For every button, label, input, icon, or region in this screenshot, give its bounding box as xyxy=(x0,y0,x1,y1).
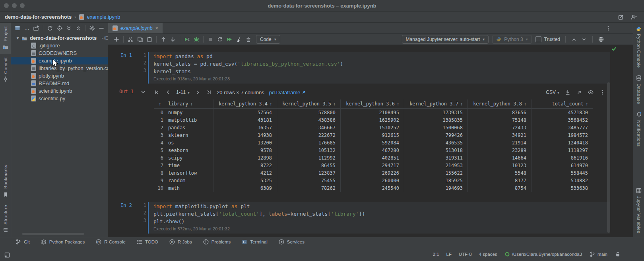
table-header-library[interactable]: library↕ xyxy=(166,99,213,109)
project-view-icon[interactable] xyxy=(13,24,22,33)
tool-window-button-git[interactable]: Git xyxy=(15,239,30,245)
tool-stripe-jupyter-variables[interactable]: Jupyter Variables xyxy=(633,184,644,237)
jupyter-server-dropdown[interactable]: Managed Jupyter server: auto-start ▾ xyxy=(402,35,489,44)
database-icon xyxy=(636,75,642,81)
status-item-utf-8[interactable]: UTF-8 xyxy=(459,252,472,257)
table-header-kernel-python-3-4[interactable]: kernel_python 3.4↕ xyxy=(213,99,277,109)
tool-stripe-structure[interactable]: Structure xyxy=(0,201,11,237)
tool-stripe-commit[interactable]: Commit xyxy=(0,54,11,86)
tool-window-button-problems[interactable]: Problems xyxy=(203,239,231,245)
table-header-kernel-python-3-7[interactable]: kernel_python 3.7↕ xyxy=(404,99,468,109)
table-header-index[interactable]: ↕ xyxy=(154,99,166,109)
tool-window-button-python-packages[interactable]: Python Packages xyxy=(41,239,85,245)
table-header-kernel-python-3-8[interactable]: kernel_python 3.8↕ xyxy=(468,99,531,109)
run-cell-icon[interactable] xyxy=(182,35,191,44)
ellipsis-icon[interactable]: … xyxy=(23,24,31,33)
zoom-window-icon[interactable] xyxy=(20,3,25,8)
tree-item-scientific-ipynb[interactable]: scientific.ipynb xyxy=(11,87,108,95)
tool-stripe-bookmarks[interactable]: Bookmarks xyxy=(0,161,11,201)
tool-window-button-r-console[interactable]: RR Console xyxy=(95,239,126,245)
tool-stripe-project[interactable]: Project xyxy=(0,23,11,54)
vertical-scrollbar[interactable] xyxy=(607,82,610,233)
settings-gear-icon[interactable] xyxy=(88,24,97,33)
collapse-all-icon[interactable] xyxy=(74,24,83,33)
breadcrumb-project[interactable]: demo-data-for-screenshots xyxy=(5,14,72,20)
move-up-icon[interactable] xyxy=(159,35,168,44)
status-item-4-spaces[interactable]: 4 spaces xyxy=(479,252,497,257)
tab-example-ipynb[interactable]: example.ipynb × xyxy=(108,23,163,33)
tree-item-example-ipynb[interactable]: example.ipynb xyxy=(11,57,108,64)
status-item-lf[interactable]: LF xyxy=(446,252,452,257)
chevron-up-icon[interactable] xyxy=(571,36,577,43)
tool-window-button-r-jobs[interactable]: RR Jobs xyxy=(169,239,192,245)
tool-window-toggle-icon[interactable] xyxy=(4,252,10,258)
user-icon[interactable] xyxy=(630,14,637,20)
status-item--users-ciara-byrne-opt-anaconda3[interactable]: /Users/Ciara.Byrne/opt/anaconda3 xyxy=(504,251,582,257)
traffic-lights[interactable] xyxy=(4,3,25,8)
tree-item-readme-md[interactable]: README.md xyxy=(11,80,108,87)
eye-icon[interactable] xyxy=(588,89,594,95)
chevron-down-icon[interactable] xyxy=(138,89,148,95)
add-cell-icon[interactable] xyxy=(112,35,121,44)
line-number: 2 xyxy=(137,59,148,67)
globe-icon[interactable] xyxy=(598,36,604,43)
cut-icon[interactable] xyxy=(126,35,135,44)
first-page-icon[interactable] xyxy=(154,89,160,95)
tree-item-plotly-ipynb[interactable]: plotly.ipynb xyxy=(11,72,108,80)
new-folder-icon[interactable] xyxy=(32,24,41,33)
cell-1-editor[interactable]: import pandas as pdkernel_stats = pd.rea… xyxy=(148,52,610,84)
delete-cell-icon[interactable] xyxy=(244,35,253,44)
cell-type-dropdown[interactable]: Code ▾ xyxy=(256,35,280,44)
paste-icon[interactable] xyxy=(145,35,154,44)
download-icon[interactable] xyxy=(564,89,571,95)
clear-outputs-icon[interactable] xyxy=(235,35,243,44)
page-range-dropdown[interactable]: 1-11 ▾ xyxy=(176,90,190,95)
tool-stripe-database[interactable]: Database xyxy=(633,71,644,108)
expand-all-icon[interactable] xyxy=(64,24,73,33)
tool-window-button-services[interactable]: Services xyxy=(278,239,305,245)
prev-page-icon[interactable] xyxy=(165,89,171,95)
debug-cell-icon[interactable] xyxy=(192,35,201,44)
tool-window-button-todo[interactable]: TODO xyxy=(136,239,158,245)
tool-stripe-notifications[interactable]: Notifications xyxy=(633,108,644,150)
chevron-down-icon[interactable] xyxy=(581,36,587,43)
tool-window-button-terminal[interactable]: Terminal xyxy=(241,239,267,245)
next-page-icon[interactable] xyxy=(194,89,201,95)
move-down-icon[interactable] xyxy=(169,35,177,44)
locate-file-icon[interactable] xyxy=(55,24,64,33)
tree-item-scientific-py[interactable]: scientific.py xyxy=(11,95,108,102)
hide-panel-icon[interactable] xyxy=(97,24,106,33)
tree-item-libraries-by-python-version-csv[interactable]: libraries_by_python_version.csv xyxy=(11,64,108,72)
tool-stripe-python-console[interactable]: Python Console xyxy=(633,23,644,71)
chevron-expanded-icon[interactable]: ▾ xyxy=(17,36,19,40)
restart-kernel-icon[interactable] xyxy=(215,35,224,44)
status-item-2-1[interactable]: 2:1 xyxy=(433,252,439,257)
run-all-icon[interactable] xyxy=(225,35,234,44)
refresh-icon[interactable] xyxy=(46,24,54,33)
edit-icon[interactable] xyxy=(618,14,624,20)
interpreter-dropdown[interactable]: Python 3 ▾ xyxy=(492,35,531,44)
status-item-main[interactable]: main xyxy=(589,251,607,257)
tree-root-demo-data-for-screenshots[interactable]: ▾demo-data-for-screenshots~/Datasp xyxy=(11,34,108,42)
table-header-kernel-python-3-6[interactable]: kernel_python 3.6↕ xyxy=(341,99,404,109)
last-page-icon[interactable] xyxy=(206,89,212,95)
kebab-icon[interactable] xyxy=(605,25,611,31)
table-header-total-count[interactable]: total_count↕ xyxy=(531,99,593,109)
close-window-icon[interactable] xyxy=(4,3,9,8)
stop-icon[interactable] xyxy=(206,35,215,44)
tree-item-codeowners[interactable]: CODEOWNERS xyxy=(11,49,108,57)
trusted-checkbox[interactable] xyxy=(535,36,541,42)
breadcrumb-file[interactable]: example.ipynb xyxy=(87,14,120,20)
tree-item--gitignore[interactable]: .gitignore xyxy=(11,42,108,49)
open-external-icon[interactable] xyxy=(576,89,582,95)
cell-2-editor[interactable]: import matplotlib.pyplot as pltplt.pie(k… xyxy=(148,202,610,234)
table-header-kernel-python-3-5[interactable]: kernel_python 3.5↕ xyxy=(277,99,341,109)
csv-export-dropdown[interactable]: CSV ▾ xyxy=(546,90,559,95)
status-item-lock[interactable] xyxy=(615,251,621,257)
copy-icon[interactable] xyxy=(136,35,144,44)
kebab-icon[interactable] xyxy=(599,89,605,95)
dataframe-link[interactable]: pd.Dataframe xyxy=(269,90,306,95)
horizontal-scrollbar[interactable] xyxy=(22,233,84,235)
close-icon[interactable]: × xyxy=(155,25,159,31)
minimize-window-icon[interactable] xyxy=(12,3,17,8)
